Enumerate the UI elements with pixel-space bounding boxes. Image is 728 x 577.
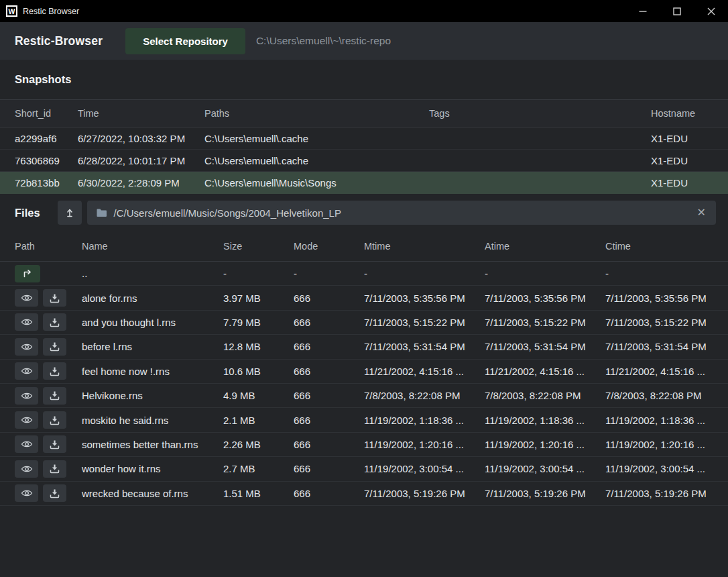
wails-logo-icon: W — [6, 5, 17, 17]
snapshots-col-time: Time — [78, 108, 204, 119]
preview-file-button[interactable] — [15, 289, 38, 307]
eye-icon — [21, 391, 33, 401]
file-ctime: 7/11/2003, 5:19:26 PM — [605, 488, 713, 499]
path-input[interactable]: /C/Users/emuell/Music/Songs/2004_Helveti… — [87, 201, 716, 225]
snapshots-table-body: a2299af6 6/27/2022, 10:03:32 PM C:\Users… — [0, 127, 728, 194]
snapshot-time: 6/30/2022, 2:28:09 PM — [78, 177, 204, 189]
file-atime: 7/8/2003, 8:22:08 PM — [485, 390, 605, 401]
titlebar: W Restic Browser — [0, 0, 728, 22]
download-file-button[interactable] — [43, 362, 66, 380]
maximize-button[interactable] — [660, 0, 694, 22]
snapshot-row[interactable]: 76306869 6/28/2022, 10:01:17 PM C:\Users… — [0, 150, 728, 172]
download-file-button[interactable] — [43, 460, 66, 478]
download-file-button[interactable] — [43, 484, 66, 502]
window-title: Restic Browser — [23, 7, 79, 16]
snapshot-short-id: a2299af6 — [15, 133, 78, 144]
file-mtime: 7/11/2003, 5:15:22 PM — [364, 317, 485, 328]
app-header: Restic-Browser Select Repository C:\User… — [0, 22, 728, 60]
file-name: .. — [82, 268, 223, 279]
preview-file-button[interactable] — [15, 435, 38, 453]
snapshot-time: 6/28/2022, 10:01:17 PM — [78, 155, 204, 166]
download-file-button[interactable] — [43, 387, 66, 405]
preview-file-button[interactable] — [15, 411, 38, 429]
file-ctime: 11/21/2002, 4:15:16 ... — [605, 366, 713, 377]
file-atime: 11/19/2002, 1:18:36 ... — [485, 415, 605, 426]
clear-path-button[interactable]: ✕ — [696, 207, 707, 218]
files-table-header: Path Name Size Mode Mtime Atime Ctime — [0, 231, 728, 262]
file-mode: 666 — [294, 366, 364, 377]
snapshot-short-id: 76306869 — [15, 155, 78, 166]
file-mtime: 11/21/2002, 4:15:16 ... — [364, 366, 485, 377]
file-size: 2.26 MB — [223, 439, 294, 450]
preview-file-button[interactable] — [15, 387, 38, 405]
file-mode: 666 — [294, 415, 364, 426]
files-col-mode: Mode — [294, 241, 364, 252]
file-ctime: 7/8/2003, 8:22:08 PM — [605, 390, 713, 401]
close-button[interactable] — [694, 0, 728, 22]
files-col-size: Size — [223, 241, 294, 252]
go-to-parent-button[interactable] — [58, 201, 82, 225]
open-parent-directory-button[interactable] — [15, 265, 40, 282]
preview-file-button[interactable] — [15, 484, 38, 502]
file-size: 12.8 MB — [223, 341, 294, 352]
snapshot-paths: C:\Users\emuell\Music\Songs — [204, 177, 429, 189]
download-icon — [50, 317, 60, 327]
snapshot-paths: C:\Users\emuell\.cache — [204, 133, 429, 144]
file-ctime: 11/19/2002, 3:00:54 ... — [605, 463, 713, 474]
maximize-icon — [673, 7, 681, 15]
files-heading: Files — [15, 207, 40, 219]
file-size: 4.9 MB — [223, 390, 294, 401]
file-mtime: 11/19/2002, 1:18:36 ... — [364, 415, 485, 426]
files-col-name: Name — [82, 241, 223, 252]
parent-directory-row: .. - - - - - — [0, 262, 728, 286]
preview-file-button[interactable] — [15, 338, 38, 356]
snapshot-row[interactable]: a2299af6 6/27/2022, 10:03:32 PM C:\Users… — [0, 127, 728, 150]
file-name: Helvikone.rns — [82, 390, 223, 401]
file-size: 7.79 MB — [223, 317, 294, 328]
minimize-button[interactable] — [625, 0, 660, 22]
preview-file-button[interactable] — [15, 460, 38, 478]
app-name: Restic-Browser — [15, 34, 103, 48]
file-size: 3.97 MB — [223, 293, 294, 304]
file-name: and you thought l.rns — [82, 317, 223, 328]
file-atime: 11/19/2002, 3:00:54 ... — [485, 463, 605, 474]
eye-icon — [21, 439, 33, 449]
file-mtime: 7/8/2003, 8:22:08 PM — [364, 390, 485, 401]
file-row: Helvikone.rns 4.9 MB 666 7/8/2003, 8:22:… — [0, 384, 728, 408]
file-name: before l.rns — [82, 341, 223, 352]
download-file-button[interactable] — [43, 338, 66, 356]
file-name: wonder how it.rns — [82, 463, 223, 474]
download-icon — [50, 488, 60, 499]
file-row: wonder how it.rns 2.7 MB 666 11/19/2002,… — [0, 457, 728, 481]
file-atime: 11/19/2002, 1:20:16 ... — [485, 439, 605, 450]
file-mtime: 11/19/2002, 1:20:16 ... — [364, 439, 485, 450]
download-file-button[interactable] — [43, 313, 66, 331]
download-file-button[interactable] — [43, 289, 66, 307]
file-mode: - — [294, 268, 364, 279]
download-file-button[interactable] — [43, 411, 66, 429]
file-atime: 11/21/2002, 4:15:16 ... — [485, 366, 605, 377]
eye-icon — [21, 293, 33, 303]
file-name: alone for.rns — [82, 293, 223, 304]
preview-file-button[interactable] — [15, 313, 38, 331]
snapshot-hostname: X1-EDU — [651, 155, 713, 166]
file-row: before l.rns 12.8 MB 666 7/11/2003, 5:31… — [0, 335, 728, 359]
select-repository-button[interactable]: Select Repository — [125, 28, 245, 54]
files-col-mtime: Mtime — [364, 241, 485, 252]
eye-icon — [21, 317, 33, 327]
snapshot-row[interactable]: 72b813bb 6/30/2022, 2:28:09 PM C:\Users\… — [0, 172, 728, 194]
file-size: 2.1 MB — [223, 415, 294, 426]
file-row: feel home now !.rns 10.6 MB 666 11/21/20… — [0, 360, 728, 384]
snapshots-col-paths: Paths — [204, 108, 429, 119]
download-file-button[interactable] — [43, 435, 66, 453]
download-icon — [50, 415, 60, 425]
file-mtime: 7/11/2003, 5:19:26 PM — [364, 488, 485, 499]
file-mode: 666 — [294, 463, 364, 474]
download-icon — [50, 464, 60, 474]
file-row: sometimes better than.rns 2.26 MB 666 11… — [0, 433, 728, 457]
snapshot-hostname: X1-EDU — [651, 177, 713, 189]
snapshot-time: 6/27/2022, 10:03:32 PM — [78, 133, 204, 144]
file-mtime: 7/11/2003, 5:35:56 PM — [364, 293, 485, 304]
snapshots-section-header: Snapshots — [0, 60, 728, 99]
preview-file-button[interactable] — [15, 362, 38, 380]
